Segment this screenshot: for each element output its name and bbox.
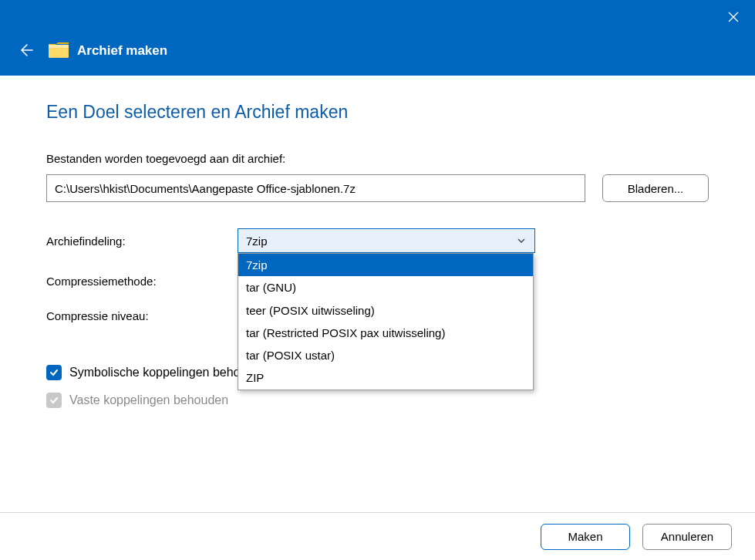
page-heading: Een Doel selecteren en Archief maken bbox=[46, 102, 709, 123]
chevron-down-icon bbox=[516, 235, 527, 246]
format-option[interactable]: tar (GNU) bbox=[238, 276, 533, 299]
level-label: Compressie niveau: bbox=[46, 309, 238, 322]
format-select[interactable]: 7zip bbox=[238, 228, 535, 253]
format-option[interactable]: ZIP bbox=[238, 366, 533, 389]
format-dropdown: 7zip tar (GNU) teer (POSIX uitwisseling)… bbox=[238, 253, 534, 390]
method-label: Compressiemethode: bbox=[46, 275, 238, 288]
format-option[interactable]: 7zip bbox=[238, 254, 533, 276]
archive-path-input[interactable] bbox=[46, 174, 585, 202]
format-option[interactable]: teer (POSIX uitwisseling) bbox=[238, 299, 533, 322]
back-button[interactable] bbox=[17, 42, 48, 59]
path-label: Bestanden worden toegevoegd aan dit arch… bbox=[46, 152, 709, 165]
checkbox-disabled-icon bbox=[46, 393, 62, 408]
titlebar: Archief maken bbox=[0, 0, 755, 76]
cancel-button[interactable]: Annuleren bbox=[642, 524, 732, 550]
footer: Maken Annuleren bbox=[0, 512, 755, 560]
options-grid: Archiefindeling: 7zip 7zip tar (GNU) tee… bbox=[46, 228, 709, 322]
checkbox-checked-icon bbox=[46, 365, 62, 380]
format-select-value: 7zip bbox=[246, 234, 268, 248]
close-icon bbox=[727, 11, 740, 23]
format-option[interactable]: tar (POSIX ustar) bbox=[238, 344, 533, 366]
hardlinks-label: Vaste koppelingen behouden bbox=[69, 393, 228, 407]
format-option[interactable]: tar (Restricted POSIX pax uitwisseling) bbox=[238, 322, 533, 344]
make-button[interactable]: Maken bbox=[541, 524, 630, 550]
browse-button[interactable]: Bladeren... bbox=[602, 174, 709, 202]
folder-icon bbox=[48, 42, 69, 59]
back-arrow-icon bbox=[17, 42, 34, 59]
content-area: Een Doel selecteren en Archief maken Bes… bbox=[0, 76, 755, 410]
svg-rect-1 bbox=[49, 45, 69, 48]
hardlinks-checkbox-row: Vaste koppelingen behouden bbox=[46, 390, 709, 410]
format-label: Archiefindeling: bbox=[46, 234, 238, 248]
window-title: Archief maken bbox=[77, 43, 167, 59]
close-button[interactable] bbox=[723, 6, 744, 28]
